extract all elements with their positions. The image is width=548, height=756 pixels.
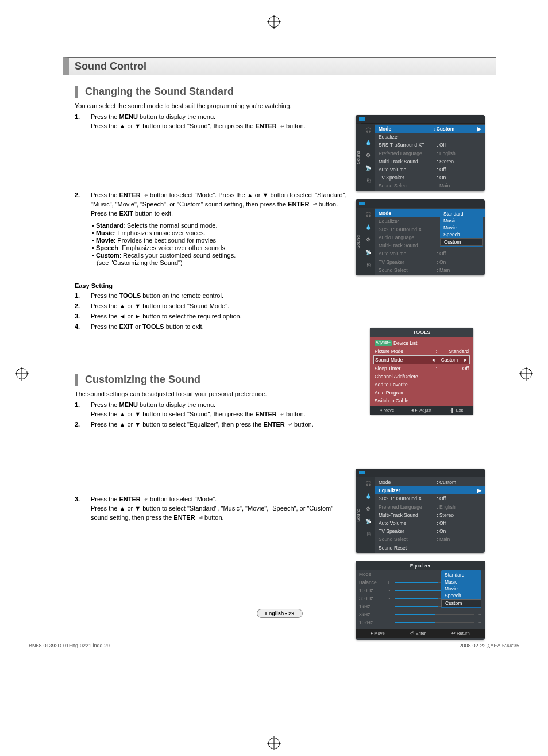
- popup-option-speech[interactable]: Speech: [441, 592, 481, 599]
- registration-mark-icon: [16, 368, 28, 379]
- step-1: 1. Press the MENU button to display the …: [75, 113, 350, 131]
- osd-row-autovol: Auto Volume: Off: [375, 250, 485, 258]
- tools-row-soundmode[interactable]: Sound Mode◄Custom►: [373, 355, 470, 364]
- osd-row-mts[interactable]: Multi-Track Sound: Stereo: [375, 511, 485, 519]
- osd-row-mode[interactable]: Mode: Custom▶: [375, 125, 485, 133]
- osd-row-preflang: Preferred Language: English: [375, 149, 485, 158]
- popup-option-custom[interactable]: Custom: [441, 599, 481, 607]
- popup-option-music[interactable]: Music: [440, 217, 483, 224]
- registration-mark-icon: [268, 16, 280, 28]
- osd-row-tvspeaker: TV Speaker: On: [375, 258, 485, 266]
- tools-row-sleeptimer[interactable]: Sleep Timer:Off: [373, 364, 470, 373]
- step-2: 2. Press the ENTER ⏎ button to select "M…: [75, 191, 350, 218]
- osd-row-equalizer[interactable]: Equalizer: [375, 133, 485, 141]
- osd-sound-menu-3: Sound 🎧 💧 ⚙ 📡 ⎘ Mode: Custom Equalizer▶ …: [356, 469, 485, 553]
- tools-menu: TOOLS Anynet+Device List Picture Mode:St…: [370, 328, 473, 415]
- osd-sound-menu-1: Sound 🎧 💧 ⚙ 📡 ⎘ Mode: Custom▶ Equalizer …: [356, 115, 485, 191]
- headphones-icon: 🎧: [364, 210, 372, 218]
- popup-option-movie[interactable]: Movie: [440, 224, 483, 231]
- osd-row-autovol[interactable]: Auto Volume: Off: [375, 519, 485, 527]
- chevron-right-icon: ▶: [476, 488, 481, 493]
- enter-icon: ⏎: [195, 514, 203, 521]
- exit-hint: →▌ Exit: [447, 408, 463, 413]
- intro-text: You can select the sound mode to best su…: [75, 102, 496, 109]
- enter-icon: ⏎: [285, 421, 292, 428]
- mode-descriptions: • Standard: Selects the normal sound mod…: [92, 222, 339, 266]
- gear-icon: ⚙: [364, 151, 372, 159]
- tools-title: TOOLS: [370, 328, 473, 337]
- input-icon: ⎘: [364, 261, 372, 269]
- osd-row-soundselect: Sound Select: Main: [375, 535, 485, 543]
- eq-footer: ♦ Move ⏎ Enter ↩ Return: [356, 629, 485, 638]
- headphones-icon: 🎧: [364, 479, 372, 488]
- input-icon: ⎘: [364, 176, 372, 185]
- enter-icon: ⏎: [277, 122, 284, 130]
- osd-row-equalizer[interactable]: Equalizer▶: [375, 486, 485, 494]
- osd-side-label: Sound: [356, 477, 361, 553]
- osd-icon-rail: 🎧 💧 ⚙ 📡 ⎘: [361, 477, 375, 553]
- tools-row-addfavorite[interactable]: Add to Favorite: [373, 381, 470, 389]
- equalizer-panel: Equalizer Mode BalanceL 100Hz- 300Hz- 1k…: [356, 561, 485, 640]
- osd-sound-menu-2: Sound 🎧 💧 ⚙ 📡 ⎘ Mode Equalizer SRS TruSu…: [356, 199, 485, 276]
- osd-row-autovol[interactable]: Auto Volume: Off: [375, 166, 485, 174]
- popup-option-music[interactable]: Music: [441, 578, 481, 585]
- document-footer: BN68-01392D-01Eng-0221.indd 29 2008-02-2…: [0, 639, 548, 654]
- tools-row-devicelist[interactable]: Anynet+Device List: [373, 339, 470, 347]
- popup-option-custom[interactable]: Custom: [440, 238, 483, 246]
- osd-icon-rail: 🎧 💧 ⚙ 📡 ⎘: [361, 124, 375, 191]
- osd-row-srs[interactable]: SRS TruSurround XT: Off: [375, 141, 485, 149]
- osd-row-tvspeaker[interactable]: TV Speaker: On: [375, 527, 485, 535]
- adjust-hint: ◄► Adjust: [410, 408, 431, 413]
- custom-step-2: 2. Press the ▲ or ▼ button to select "Eq…: [75, 420, 350, 429]
- popup-option-movie[interactable]: Movie: [441, 585, 481, 592]
- easy-step-1: 1.Press the TOOLS button on the remote c…: [75, 291, 350, 301]
- antenna-icon: 📡: [364, 164, 372, 172]
- popup-option-speech[interactable]: Speech: [440, 231, 483, 238]
- droplet-icon: 💧: [364, 492, 372, 500]
- tools-row-switchcable[interactable]: Switch to Cable: [373, 397, 470, 405]
- antenna-icon: 📡: [364, 517, 372, 525]
- eq-row-10khz[interactable]: 10kHz-+: [356, 619, 485, 627]
- droplet-icon: 💧: [364, 223, 372, 231]
- doc-footer-left: BN68-01392D-01Eng-0221.indd 29: [29, 643, 110, 648]
- osd-row-tvspeaker[interactable]: TV Speaker: On: [375, 174, 485, 182]
- custom-step-1: 1. Press the MENU button to display the …: [75, 401, 350, 419]
- return-hint: ↩ Return: [451, 631, 470, 636]
- easy-step-3: 3.Press the ◄ or ► button to select the …: [75, 312, 350, 321]
- osd-icon-rail: 🎧 💧 ⚙ 📡 ⎘: [361, 208, 375, 276]
- eq-mode-popup: Standard Music Movie Speech Custom: [441, 570, 481, 608]
- enter-icon: ⏎: [141, 191, 148, 199]
- custom-step-3: 3. Press the ENTER ⏎ button to select "M…: [75, 495, 350, 523]
- mode-popup: Standard Music Movie Speech Custom: [440, 209, 483, 247]
- easy-step-4: 4.Press the EXIT or TOOLS button to exit…: [75, 323, 350, 332]
- heading-changing-sound: Changing the Sound Standard: [75, 86, 496, 98]
- tools-row-autoprogram[interactable]: Auto Program: [373, 389, 470, 397]
- equalizer-title: Equalizer: [356, 561, 485, 570]
- doc-footer-right: 2008-02-22 ¿ÀÈÄ 5:44:35: [459, 643, 519, 648]
- eq-row-3khz[interactable]: 3kHz-+: [356, 611, 485, 619]
- osd-row-soundselect: Sound Select: Main: [375, 266, 485, 274]
- gear-icon: ⚙: [364, 236, 372, 244]
- osd-row-preflang: Preferred Language: English: [375, 503, 485, 511]
- enter-hint: ⏎ Enter: [410, 631, 426, 636]
- tools-row-picturemode[interactable]: Picture Mode:Standard: [373, 347, 470, 355]
- osd-row-mode[interactable]: Mode: Custom: [375, 478, 485, 486]
- osd-row-soundreset[interactable]: Sound Reset: [375, 544, 485, 552]
- osd-row-srs[interactable]: SRS TruSurround XT: Off: [375, 494, 485, 502]
- droplet-icon: 💧: [364, 139, 372, 147]
- tools-row-channeladd[interactable]: Channel Add/Delete: [373, 373, 470, 381]
- popup-option-standard[interactable]: Standard: [441, 571, 481, 578]
- easy-step-2: 2.Press the ▲ or ▼ button to select "Sou…: [75, 302, 350, 311]
- move-hint: ♦ Move: [380, 408, 394, 413]
- tools-footer: ♦ Move ◄► Adjust →▌ Exit: [370, 406, 473, 415]
- popup-option-standard[interactable]: Standard: [440, 210, 483, 217]
- section-title: Sound Control: [63, 57, 496, 75]
- enter-icon: ⏎: [277, 410, 284, 418]
- headphones-icon: 🎧: [364, 126, 372, 134]
- enter-icon: ⏎: [309, 201, 317, 208]
- gear-icon: ⚙: [364, 505, 372, 513]
- enter-icon: ⏎: [141, 496, 148, 503]
- input-icon: ⎘: [364, 530, 372, 538]
- osd-row-mts[interactable]: Multi-Track Sound: Stereo: [375, 158, 485, 166]
- chevron-right-icon: ▶: [476, 126, 481, 132]
